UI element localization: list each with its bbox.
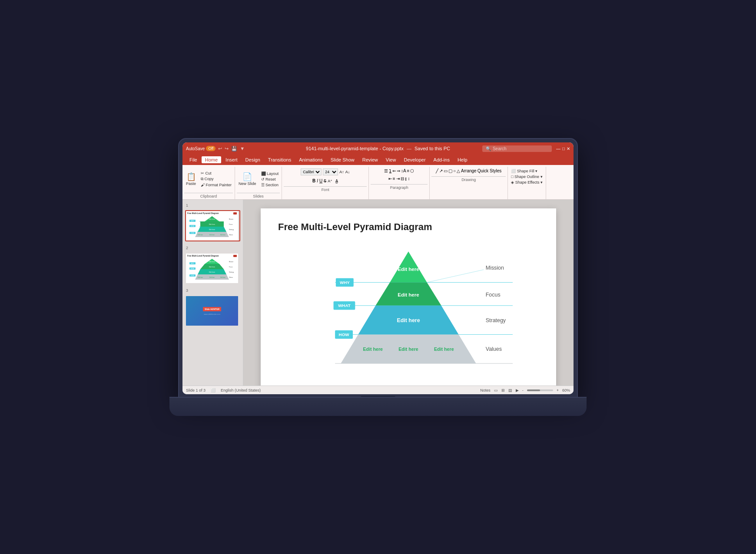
decrease-indent-icon[interactable]: ⇐ (392, 168, 396, 173)
view-slide-sorter-icon[interactable]: ⊞ (501, 388, 505, 392)
text-direction-button[interactable]: ↕A (401, 168, 406, 173)
title-center: 9141-multi-level-pyramid-template - Copy… (282, 146, 474, 151)
filename-text: 9141-multi-level-pyramid-template - Copy… (306, 146, 404, 151)
customize-icon[interactable]: ▼ (240, 146, 245, 151)
menu-transitions[interactable]: Transitions (265, 156, 295, 163)
increase-indent-icon[interactable]: ⇒ (397, 168, 400, 173)
search-box[interactable]: 🔍 Search (482, 145, 552, 152)
align-right-button[interactable]: ⇥ (396, 176, 400, 181)
svg-text:Focus: Focus (229, 224, 233, 225)
svg-text:Edit here: Edit here (209, 261, 215, 263)
menu-home[interactable]: Home (202, 156, 221, 163)
menu-addins[interactable]: Add-ins (430, 156, 453, 163)
increase-font-icon[interactable]: A↑ (339, 170, 344, 174)
rounded-rect-shape[interactable]: ▢ (448, 168, 452, 173)
pyramid-container[interactable]: Edit here Edit here Edit here (278, 241, 539, 386)
menu-view[interactable]: View (382, 156, 400, 163)
slide-1-num: 1 (186, 203, 188, 208)
italic-button[interactable]: I (317, 178, 318, 183)
svg-text:WHAT: WHAT (191, 268, 195, 270)
numbering-button[interactable]: 1̲ (389, 168, 391, 173)
triangle-shape[interactable]: △ (457, 168, 460, 173)
shape-outline-button[interactable]: □ Shape Outline ▾ (510, 174, 544, 179)
maximize-icon[interactable]: □ (562, 146, 565, 151)
laptop-body: AutoSave Off ↩ ↪ 💾 ▼ 9141-multi-level-py… (178, 138, 578, 399)
save-icon[interactable]: 💾 (231, 146, 237, 152)
copy-button[interactable]: ⧉ Copy (199, 176, 233, 182)
autosave-label: AutoSave Off (186, 146, 216, 151)
zoom-out-icon[interactable]: - (522, 388, 524, 392)
menu-design[interactable]: Design (242, 156, 264, 163)
slide-title: Free Multi-Level Pyramid Diagram (278, 221, 539, 233)
menu-animations[interactable]: Animations (295, 156, 326, 163)
smartart-button[interactable]: ⬡ (410, 168, 414, 173)
arrange-button[interactable]: Arrange (461, 168, 477, 173)
view-normal-icon[interactable]: ▭ (494, 388, 498, 392)
svg-text:Edit here: Edit here (198, 234, 203, 236)
menu-insert[interactable]: Insert (222, 156, 241, 163)
cut-button[interactable]: ✂ Cut (199, 171, 233, 176)
slide-thumb-2[interactable]: Free Multi-Level Pyramid Diagram Edit he… (185, 253, 240, 284)
close-icon[interactable]: ✕ (567, 146, 570, 151)
svg-text:HOW: HOW (191, 275, 194, 277)
font-color-button[interactable]: A̲ (335, 179, 338, 183)
align-text-button[interactable]: ≡ (407, 168, 410, 173)
strategy-label: Strategy (486, 317, 506, 323)
slide-area[interactable]: Free Multi-Level Pyramid Diagram (243, 200, 574, 386)
cut-label: Cut (206, 171, 212, 175)
svg-text:Edit here: Edit here (220, 277, 225, 278)
bullets-button[interactable]: ☰ (384, 168, 388, 173)
svg-text:Strategy: Strategy (229, 271, 234, 273)
menu-developer[interactable]: Developer (400, 156, 429, 163)
zoom-slider[interactable] (527, 389, 553, 391)
columns-button[interactable]: ⫿ (405, 176, 407, 181)
menu-slideshow[interactable]: Slide Show (327, 156, 358, 163)
align-left-button[interactable]: ⇤ (388, 176, 392, 181)
pyramid-diagram-svg[interactable]: Edit here Edit here Edit here (304, 241, 513, 386)
search-placeholder: Search (493, 146, 507, 151)
font-size-select[interactable]: 24 (323, 168, 338, 175)
center-button[interactable]: ≡ (393, 176, 395, 181)
slide-3-content: Slide HUNTER www.slidehunter.com (186, 296, 238, 326)
redo-icon[interactable]: ↪ (225, 146, 229, 152)
autosave-toggle[interactable]: Off (206, 146, 216, 151)
section-button[interactable]: ☰ Section (260, 182, 280, 188)
slide-thumb-3[interactable]: Slide HUNTER www.slidehunter.com (185, 295, 240, 326)
reset-button[interactable]: ↺ Reset (260, 177, 280, 182)
paragraph-label: Paragraph (371, 184, 428, 190)
notes-button[interactable]: Notes (480, 388, 491, 392)
menu-file[interactable]: File (186, 156, 201, 163)
svg-text:Values: Values (229, 234, 233, 236)
thumb2-pyramid-svg: Edit here Edit here Edit here Mission Fo… (187, 258, 237, 280)
format-painter-button[interactable]: 🖌 Format Painter (199, 182, 233, 188)
slide-thumb-1[interactable]: Free Multi-Level Pyramid Diagram (185, 210, 240, 241)
menu-help[interactable]: Help (454, 156, 471, 163)
strikethrough-button[interactable]: S̶ (324, 178, 326, 183)
oval-shape[interactable]: ○ (453, 168, 456, 173)
bold-button[interactable]: B (312, 178, 315, 183)
line-spacing-button[interactable]: ↕ (408, 176, 410, 181)
arrow-shape[interactable]: ↗ (439, 168, 443, 173)
slide-2-num: 2 (186, 246, 188, 250)
justify-button[interactable]: ⊟ (401, 176, 404, 181)
quick-styles-button[interactable]: Quick Styles (477, 168, 502, 173)
view-reading-icon[interactable]: ▤ (508, 388, 512, 392)
decrease-font-icon[interactable]: A↓ (345, 170, 350, 174)
layout-button[interactable]: ⬛ Layout (260, 171, 280, 176)
view-slideshow-icon[interactable]: ▶ (516, 388, 519, 392)
zoom-in-icon[interactable]: + (557, 388, 559, 392)
shape-fill-button[interactable]: ⬜ Shape Fill ▾ (510, 168, 544, 174)
section-label: Section (265, 183, 279, 187)
rect-shape[interactable]: ▭ (444, 168, 448, 173)
paste-button[interactable]: 📋 Paste (184, 172, 198, 187)
drawing-label: Drawing (431, 176, 506, 182)
menu-review[interactable]: Review (359, 156, 381, 163)
underline-button[interactable]: U (319, 178, 322, 183)
new-slide-button[interactable]: 📄 New Slide (237, 172, 258, 187)
font-family-select[interactable]: Calibri (301, 168, 322, 175)
minimize-icon[interactable]: — (556, 146, 560, 151)
line-shape[interactable]: ╱ (436, 168, 438, 173)
shadow-button[interactable]: A⁺ (328, 179, 332, 183)
undo-icon[interactable]: ↩ (218, 146, 222, 152)
shape-effects-button[interactable]: ◈ Shape Effects ▾ (510, 180, 544, 185)
